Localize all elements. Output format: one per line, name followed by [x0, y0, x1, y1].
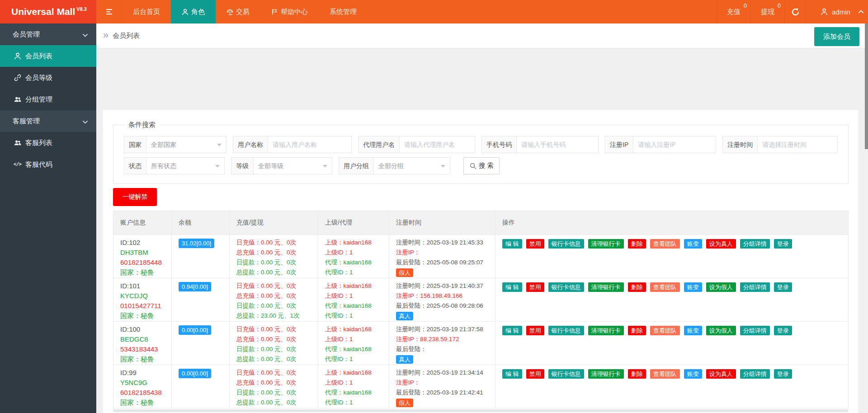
search-field-等级: 等级全部等级 [231, 157, 332, 174]
top-nav-item-5[interactable]: 系统管理 [319, 0, 368, 23]
sidebar-item-2-1[interactable]: 客服列表 [0, 132, 96, 154]
op-button[interactable]: 账变 [684, 369, 702, 379]
op-button[interactable]: 编 辑 [502, 282, 522, 292]
op-button[interactable]: 清理银行卡 [588, 369, 624, 379]
op-button[interactable]: 查看团队 [650, 326, 680, 335]
op-button[interactable]: 编 辑 [502, 326, 522, 335]
op-button[interactable]: 清理银行卡 [588, 326, 624, 335]
users-icon [14, 139, 21, 146]
op-button[interactable]: 账变 [684, 239, 702, 249]
col-header-2: 余额 [172, 211, 230, 235]
search-icon [470, 163, 476, 169]
op-button[interactable]: 设为假人 [706, 282, 736, 292]
op-button[interactable]: 登录 [774, 369, 792, 379]
sidebar-item-1-2[interactable]: 会员等级 [0, 67, 96, 89]
top-nav-item-4[interactable]: 帮助中心 [260, 0, 319, 23]
top-nav-item-3[interactable]: 交易 [216, 0, 260, 23]
sidebar-group-1[interactable]: 会员管理 [0, 23, 96, 45]
breadcrumb-icon: » [103, 30, 108, 40]
cell-line: 日提款：0.00 元、0次 [236, 301, 314, 311]
search-button[interactable]: 搜 索 [463, 157, 500, 174]
sidebar-item-1-1[interactable]: 会员列表 [0, 45, 96, 67]
select-状态[interactable]: 所有状态 [146, 157, 225, 174]
input-注册IP[interactable]: 请输入注册IP [633, 136, 716, 153]
top-nav-label: 系统管理 [330, 8, 357, 16]
cell-line: 注册IP： [396, 248, 491, 258]
cell-line: 上级：kaidan168 [325, 281, 385, 291]
cell-agent: 上级：kaidan168上级ID：1代理：kaidan168代理ID：1 [318, 278, 389, 322]
op-button[interactable]: 分组详情 [740, 369, 770, 379]
op-button[interactable]: 查看团队 [650, 369, 680, 379]
op-button[interactable]: 银行卡信息 [548, 239, 584, 249]
select-用户分组[interactable]: 全部分组 [373, 157, 450, 174]
sidebar-group-2[interactable]: 客服管理 [0, 110, 96, 132]
cell-line: 注册IP： [396, 378, 491, 388]
admin-menu[interactable]: admin [806, 0, 868, 23]
input-用户名称[interactable]: 请输入用户名称 [268, 136, 352, 153]
recharge-menu[interactable]: 充值 0 [717, 0, 750, 23]
op-button[interactable]: 清理银行卡 [588, 239, 624, 249]
op-button[interactable]: 账变 [684, 326, 702, 335]
dropdown-arrow-icon [215, 165, 220, 168]
hamburger-icon [106, 9, 112, 14]
input-代理用户名[interactable]: 请输入代理用户名 [399, 136, 475, 153]
op-button[interactable]: 银行卡信息 [548, 282, 584, 292]
cell-line: 上级ID：1 [325, 334, 385, 344]
cell-register: 注册时间：2025-03-19 21:37:58注册IP：88.238.59.1… [389, 322, 495, 365]
op-button[interactable]: 分组详情 [740, 239, 770, 249]
withdraw-menu[interactable]: 提现 0 [750, 0, 784, 23]
op-button[interactable]: 分组详情 [740, 282, 770, 292]
cell-line: 日充值：0.00 元、0次 [236, 238, 314, 248]
op-button[interactable]: 设为假人 [706, 326, 736, 335]
horizontal-scrollbar[interactable] [113, 409, 848, 412]
op-button[interactable]: 登录 [774, 282, 792, 292]
op-button[interactable]: 禁用 [526, 239, 544, 249]
cell-line: 5343183443 [120, 344, 168, 354]
op-button[interactable]: 禁用 [526, 326, 544, 335]
cell-line: 上级：kaidan168 [325, 368, 385, 378]
op-button[interactable]: 删除 [628, 326, 646, 335]
refresh-button[interactable] [784, 0, 806, 23]
op-button[interactable]: 登录 [774, 239, 792, 249]
op-button[interactable]: 登录 [774, 326, 792, 335]
table-row-4: ID:99Y5NC9G60182185438国家：秘鲁0.00[0.00]日充值… [113, 365, 849, 408]
balance-badge: 0.00[0.00] [179, 369, 211, 378]
op-button[interactable]: 删除 [628, 239, 646, 249]
op-button[interactable]: 清理银行卡 [588, 282, 624, 292]
col-header-5: 注册时间 [389, 211, 495, 235]
op-button[interactable]: 禁用 [526, 369, 544, 379]
op-button[interactable]: 设为真人 [706, 239, 736, 249]
op-button[interactable]: 删除 [628, 282, 646, 292]
op-button[interactable]: 银行卡信息 [548, 326, 584, 335]
input-手机号码[interactable]: 请输入手机号码 [516, 136, 599, 153]
add-member-button[interactable]: 添加会员 [814, 27, 859, 46]
chevron-up-icon [858, 10, 864, 14]
search-fieldset: 条件搜索 国家全部国家用户名称请输入用户名称代理用户名请输入代理用户名手机号码请… [113, 121, 849, 184]
input-注册时间[interactable]: 请选择注册时间 [757, 136, 838, 153]
search-field-注册时间: 注册时间请选择注册时间 [722, 136, 838, 153]
unban-all-button[interactable]: 一键解禁 [113, 188, 157, 206]
flag-icon [271, 9, 278, 15]
vertical-scrollbar[interactable] [865, 23, 868, 413]
scrollbar-thumb[interactable] [865, 23, 868, 149]
op-button[interactable]: 查看团队 [650, 282, 680, 292]
op-button[interactable]: 分组详情 [740, 326, 770, 335]
op-button[interactable]: 银行卡信息 [548, 369, 584, 379]
sidebar-item-2-2[interactable]: </>客服代码 [0, 154, 96, 175]
breadcrumb: 会员列表 [113, 32, 140, 40]
cell-ops: 编 辑禁用银行卡信息清理银行卡删除查看团队账变设为真人分组详情登录 [495, 235, 849, 278]
cell-line: 日提款：0.00 元、0次 [236, 258, 314, 268]
top-nav-item-1[interactable]: 后台首页 [122, 0, 171, 23]
op-button[interactable]: 编 辑 [502, 369, 522, 379]
select-等级[interactable]: 全部等级 [253, 157, 332, 174]
select-国家[interactable]: 全部国家 [146, 136, 226, 153]
op-button[interactable]: 查看团队 [650, 239, 680, 249]
collapse-menu-button[interactable] [96, 0, 122, 23]
op-button[interactable]: 设为真人 [706, 369, 736, 379]
op-button[interactable]: 删除 [628, 369, 646, 379]
op-button[interactable]: 账变 [684, 282, 702, 292]
op-button[interactable]: 编 辑 [502, 239, 522, 249]
top-nav-item-2[interactable]: 角色 [171, 0, 216, 23]
sidebar-item-1-3[interactable]: 分组管理 [0, 89, 96, 110]
op-button[interactable]: 禁用 [526, 282, 544, 292]
